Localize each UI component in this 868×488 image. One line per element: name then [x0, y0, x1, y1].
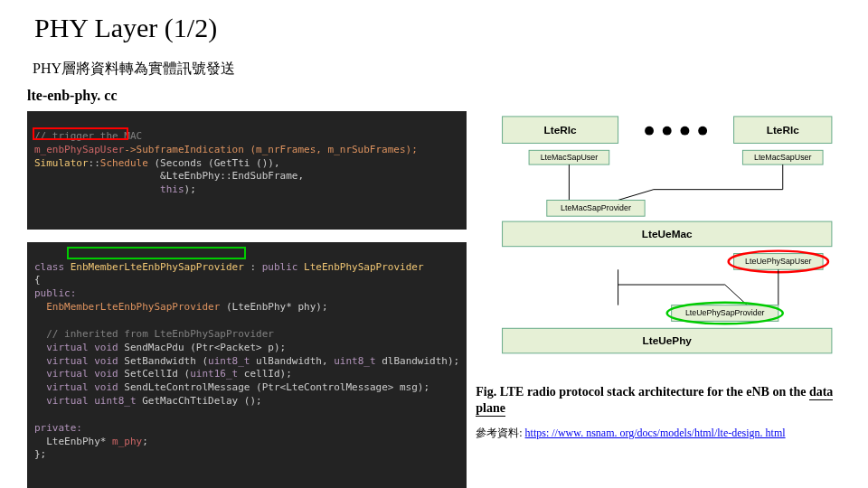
code-block-2: class EnbMemberLteEnbPhySapProvider : pu… [27, 242, 467, 488]
reference: 參考資料: https: //www. nsnam. org/docs/mode… [476, 426, 841, 441]
architecture-diagram: LteRlc LteRlc LteMacSapUser LteMacSapUse… [476, 111, 841, 370]
filename-label: lte-enb-phy. cc [27, 88, 841, 104]
svg-text:LteUePhy: LteUePhy [643, 334, 693, 347]
svg-point-4 [645, 127, 654, 136]
svg-text:LteRlc: LteRlc [767, 124, 799, 136]
svg-text:LteMacSapUser: LteMacSapUser [754, 153, 812, 162]
code-block-1: // trigger the MAC m_enbPhySapUser->Subf… [27, 111, 467, 230]
svg-text:LteRlc: LteRlc [544, 124, 577, 136]
svg-text:LteMacSapUser: LteMacSapUser [541, 153, 599, 162]
page-title: PHY Layer (1/2) [34, 13, 841, 43]
svg-text:LteUeMac: LteUeMac [642, 228, 693, 240]
svg-point-6 [681, 127, 690, 136]
svg-text:LteUePhySapUser: LteUePhySapUser [745, 257, 811, 266]
svg-point-7 [698, 127, 707, 136]
highlight-green-class [67, 247, 246, 259]
svg-text:LteMacSapProvider: LteMacSapProvider [561, 203, 631, 212]
svg-text:LteUePhySapProvider: LteUePhySapProvider [685, 308, 765, 317]
figure-caption: Fig. LTE radio protocol stack architectu… [476, 384, 841, 417]
highlight-red-sapuser [33, 127, 128, 140]
svg-point-5 [663, 127, 672, 136]
reference-link[interactable]: https: //www. nsnam. org/docs/models/htm… [525, 427, 786, 439]
subtitle: PHY層將資料轉為實體訊號發送 [33, 60, 841, 79]
svg-line-15 [618, 190, 654, 201]
